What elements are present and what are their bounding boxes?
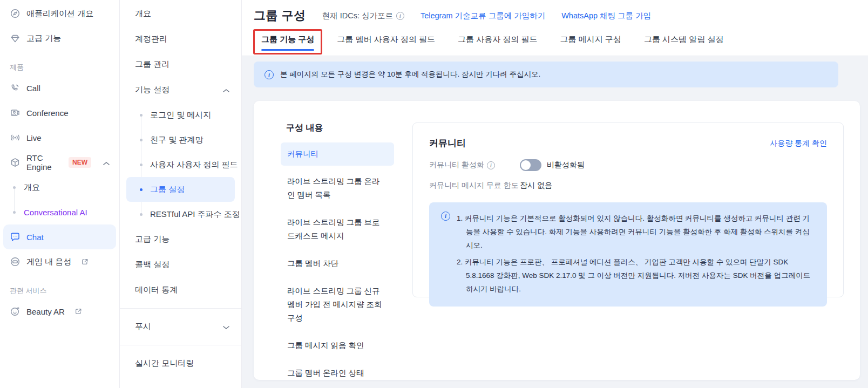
nav-item-friends-relations[interactable]: 친구 및 관계망 (120, 127, 241, 152)
nav-item-label: RESTful API 주파수 조정 (150, 209, 240, 220)
nav-item-overview[interactable]: 개요 (120, 1, 241, 26)
nav-item-login-messages[interactable]: 로그인 및 메시지 (120, 103, 241, 127)
bullet-icon (13, 211, 16, 214)
sidebar-item-label: 개요 (24, 182, 40, 193)
external-link-icon (74, 308, 82, 315)
sidebar-item-application-overview[interactable]: 애플리케이션 개요 (0, 1, 119, 26)
nav-item-group-settings[interactable]: 그룹 설정 (126, 177, 235, 202)
nav-item-group-management[interactable]: 그룹 관리 (120, 52, 241, 77)
tab-group-feature-config[interactable]: 그룹 기능 구성 (261, 35, 314, 53)
nav-item-push[interactable]: 푸시 (120, 314, 241, 339)
config-item-live-group-broadcast-message[interactable]: 라이브 스트리밍 그룹 브로드캐스트 메시지 (281, 211, 394, 248)
chevron-up-icon[interactable] (223, 85, 229, 94)
divider (120, 345, 241, 345)
tab-group-custom-fields[interactable]: 그룹 사용자 정의 필드 (458, 35, 538, 53)
config-item-community[interactable]: 커뮤니티 (281, 142, 394, 166)
content-body: i 본 페이지의 모든 구성 변경은 약 10분 후에 적용됩니다. 잠시만 기… (242, 56, 868, 388)
nav-item-label: 데이터 통계 (135, 285, 178, 295)
chevron-up-icon[interactable] (103, 158, 110, 167)
chevron-down-icon[interactable] (223, 322, 229, 331)
sidebar-item-beauty-ar[interactable]: Beauty AR (0, 299, 119, 324)
nav-item-feature-settings[interactable]: 기능 설정 (120, 77, 241, 103)
rtc-engine-subgroup: 개요 Conversational AI (0, 175, 119, 224)
community-enable-toggle[interactable] (520, 159, 541, 171)
info-circle-icon: i (441, 212, 450, 221)
current-idc: 현재 IDCs: 싱가포르 i (322, 11, 404, 21)
nav-item-account-management[interactable]: 계정관리 (120, 26, 241, 52)
sidebar-item-label: 게임 내 음성 (26, 257, 71, 267)
community-enable-label: 커뮤니티 활성화 (429, 160, 484, 170)
tab-label: 그룹 기능 구성 (261, 35, 314, 44)
sidebar-item-premium-features[interactable]: 고급 기능 (0, 26, 119, 51)
config-item-group-member-block[interactable]: 그룹 멤버 차단 (281, 252, 394, 275)
tab-label: 그룹 시스템 알림 설정 (644, 35, 724, 44)
sidebar-item-rtc-overview[interactable]: 개요 (0, 175, 119, 200)
bullet-icon (13, 186, 16, 189)
tab-group-system-notification[interactable]: 그룹 시스템 알림 설정 (644, 35, 724, 53)
nav-item-restful-api-rate[interactable]: RESTful API 주파수 조정 (120, 202, 241, 227)
sidebar-item-label: Conference (26, 108, 69, 118)
tab-group-message-config[interactable]: 그룹 메시지 구성 (560, 35, 621, 53)
secondary-sidebar: 개요 계정관리 그룹 관리 기능 설정 로그인 및 메시지 친구 및 관계망 (120, 0, 242, 388)
config-content-list: 구성 내용 커뮤니티 라이브 스트리밍 그룹 온라인 멤버 목록 라이브 스트리… (281, 122, 394, 380)
info-icon[interactable]: i (487, 161, 495, 169)
community-note-box: i 1. 커뮤니티 기능은 기본적으로 활성화되어 있지 않습니다. 활성화하면… (429, 202, 827, 307)
nav-item-data-statistics[interactable]: 데이터 통계 (120, 277, 241, 303)
community-quota-row: 커뮤니티 메시지 무료 한도 잠시 없음 (429, 181, 827, 190)
broadcast-icon (10, 132, 21, 143)
config-item-group-member-online-status[interactable]: 그룹 멤버 온라인 상태 (281, 362, 394, 385)
community-detail-panel: 커뮤니티 사용량 통계 확인 커뮤니티 활성화 i 비활성화됨 커뮤니티 (412, 122, 844, 297)
gem-icon (10, 33, 21, 44)
sidebar-item-label: Call (26, 84, 40, 93)
nav-item-callback-settings[interactable]: 콜백 설정 (120, 252, 241, 277)
sidebar-item-conference[interactable]: Conference (0, 100, 119, 125)
sidebar-item-live[interactable]: Live (0, 125, 119, 150)
nav-item-advanced-features[interactable]: 고급 기능 (120, 227, 241, 252)
community-quota-value: 잠시 없음 (520, 181, 552, 190)
active-tab-underline (261, 49, 314, 51)
sidebar-item-rtc-engine[interactable]: RTC Engine NEW (0, 150, 119, 175)
usage-statistics-link[interactable]: 사용량 통계 확인 (770, 139, 827, 148)
config-item-group-message-read-receipt[interactable]: 그룹 메시지 읽음 확인 (281, 334, 394, 357)
nav-item-user-custom-fields[interactable]: 사용자 사용자 정의 필드 (120, 152, 241, 177)
tab-group-member-custom-fields[interactable]: 그룹 멤버 사용자 정의 필드 (337, 35, 435, 53)
nav-item-label: 콜백 설정 (135, 260, 169, 270)
primary-sidebar: 애플리케이션 개요 고급 기능 제품 Call Conference Liv (0, 0, 120, 388)
tab-label: 그룹 멤버 사용자 정의 필드 (337, 35, 435, 44)
sidebar-item-label: Chat (26, 233, 44, 242)
info-circle-icon: i (265, 70, 274, 79)
info-icon[interactable]: i (396, 12, 404, 20)
feature-settings-subgroup: 로그인 및 메시지 친구 및 관계망 사용자 사용자 정의 필드 그룹 설정 R… (120, 103, 241, 227)
sidebar-item-chat[interactable]: Chat (3, 224, 116, 249)
main-content: 그룹 구성 현재 IDCs: 싱가포르 i Telegram 기술교류 그룹에 … (242, 0, 868, 388)
group-feature-card: 구성 내용 커뮤니티 라이브 스트리밍 그룹 온라인 멤버 목록 라이브 스트리… (254, 101, 860, 380)
config-item-live-group-online-members[interactable]: 라이브 스트리밍 그룹 온라인 멤버 목록 (281, 170, 394, 207)
whatsapp-group-link[interactable]: WhatsApp 채팅 그룹 가입 (561, 11, 651, 21)
smiley-icon (10, 306, 21, 317)
bullet-icon (140, 114, 143, 117)
tab-label: 그룹 사용자 정의 필드 (458, 35, 538, 44)
info-banner: i 본 페이지의 모든 구성 변경은 약 10분 후에 적용됩니다. 잠시만 기… (254, 62, 838, 87)
sidebar-item-call[interactable]: Call (0, 76, 119, 100)
bullet-icon (140, 139, 143, 141)
nav-item-label: 친구 및 관계망 (150, 135, 203, 145)
sidebar-item-in-game-voice[interactable]: 게임 내 음성 (0, 249, 119, 274)
sidebar-item-label: Live (26, 133, 42, 142)
nav-item-label: 푸시 (135, 322, 151, 332)
sidebar-item-label: 고급 기능 (26, 33, 61, 44)
info-banner-text: 본 페이지의 모든 구성 변경은 약 10분 후에 적용됩니다. 잠시만 기다려… (280, 70, 540, 79)
community-enable-status: 비활성화됨 (547, 160, 585, 170)
nav-item-label: 개요 (135, 9, 151, 19)
nav-item-realtime-monitoring[interactable]: 실시간 모니터링 (120, 351, 241, 376)
sidebar-item-conversational-ai[interactable]: Conversational AI (0, 200, 119, 224)
new-badge: NEW (69, 157, 91, 168)
community-title: 커뮤니티 (429, 137, 770, 149)
note-item-2: 2. 커뮤니티 기능은 프로판、 프로페셔널 에디션 플러스、 기업판 고객만 … (457, 255, 815, 296)
config-item-live-group-prejoin-message-query[interactable]: 라이브 스트리밍 그룹 신규 멤버 가입 전 메시지량 조회 구성 (281, 280, 394, 330)
note-item-1: 1. 커뮤니티 기능은 기본적으로 활성화되어 있지 않습니다. 활성화하면 커… (457, 212, 815, 252)
content-header: 그룹 구성 현재 IDCs: 싱가포르 i Telegram 기술교류 그룹에 … (242, 0, 868, 56)
config-list-heading: 구성 내용 (281, 122, 394, 134)
gamepad-icon (10, 256, 21, 267)
tab-bar: 그룹 기능 구성 그룹 멤버 사용자 정의 필드 그룹 사용자 정의 필드 그룹… (242, 24, 868, 53)
telegram-group-link[interactable]: Telegram 기술교류 그룹에 가입하기 (421, 11, 545, 21)
